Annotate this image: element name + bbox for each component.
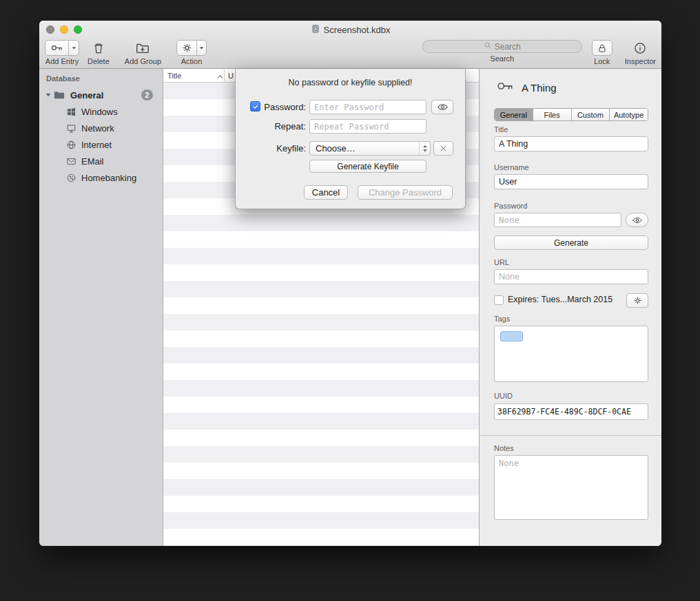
windows-icon xyxy=(66,107,76,117)
globe-icon xyxy=(66,140,76,150)
uuid-label: UUID xyxy=(494,392,513,400)
inspector-tabs: General Files Custom Autotype xyxy=(494,108,648,121)
column-divider[interactable] xyxy=(224,70,225,81)
add-entry-label: Add Entry xyxy=(45,57,79,65)
notes-label: Notes xyxy=(494,444,514,452)
change-password-button[interactable]: Change Password xyxy=(358,185,453,200)
folder-plus-icon xyxy=(135,40,150,56)
add-entry-dropdown[interactable] xyxy=(68,41,79,55)
column-header-username[interactable]: U xyxy=(228,72,234,80)
disclosure-triangle-icon[interactable] xyxy=(45,90,53,101)
stepper-icon xyxy=(419,142,430,155)
add-entry-button[interactable]: Add Entry xyxy=(45,40,79,65)
generate-keyfile-button[interactable]: Generate Keyfile xyxy=(309,160,426,173)
content-area: Database General 2 Windows xyxy=(39,69,661,546)
gear-icon xyxy=(632,295,643,306)
reveal-password-button[interactable] xyxy=(431,100,453,114)
cancel-button[interactable]: Cancel xyxy=(304,185,348,200)
entry-title: A Thing xyxy=(522,82,557,94)
add-group-button[interactable]: Add Group xyxy=(125,40,161,65)
action-label: Action xyxy=(181,57,203,65)
divider xyxy=(480,435,661,436)
password-input[interactable] xyxy=(494,213,621,227)
tags-box[interactable] xyxy=(494,326,648,382)
sidebar: Database General 2 Windows xyxy=(39,69,163,546)
sidebar-item-network[interactable]: Network xyxy=(39,120,163,136)
network-icon xyxy=(66,123,76,134)
sidebar-item-internet[interactable]: Internet xyxy=(39,136,163,153)
keyfile-popup[interactable]: Choose… xyxy=(309,141,431,156)
count-badge: 2 xyxy=(141,89,153,101)
url-label: URL xyxy=(494,258,509,266)
repeat-password-input[interactable] xyxy=(309,119,426,134)
sidebar-item-general[interactable]: General 2 xyxy=(39,87,163,103)
window-chrome: Screenshot.kdbx Add Entry D xyxy=(39,21,661,69)
expires-checkbox[interactable] xyxy=(494,295,504,305)
inspector-panel: A Thing General Files Custom Autotype Ti… xyxy=(479,69,661,546)
search-icon xyxy=(484,41,492,52)
add-group-label: Add Group xyxy=(125,57,161,65)
search-field[interactable]: Search Search xyxy=(422,40,582,63)
generate-button[interactable]: Generate xyxy=(494,235,648,250)
eye-icon xyxy=(437,101,449,113)
column-header-title[interactable]: Title xyxy=(167,72,181,80)
tab-files[interactable]: Files xyxy=(533,109,571,120)
username-label: Username xyxy=(494,163,529,171)
password-input[interactable] xyxy=(309,100,426,114)
sidebar-item-email[interactable]: EMail xyxy=(39,153,163,169)
window-title: Screenshot.kdbx xyxy=(39,24,661,36)
gear-icon[interactable] xyxy=(177,41,196,55)
change-password-dialog: No password or keyfile supplied! Passwor… xyxy=(235,69,466,209)
x-icon xyxy=(439,144,448,153)
inspector-button[interactable]: Inspector xyxy=(625,40,656,65)
sidebar-item-label: Network xyxy=(81,123,114,134)
clear-keyfile-button[interactable] xyxy=(433,141,453,156)
notes-textarea[interactable] xyxy=(494,455,648,520)
sidebar-item-label: Homebanking xyxy=(81,173,136,183)
password-checkbox[interactable] xyxy=(250,101,260,112)
trash-icon xyxy=(92,40,105,56)
app-window: Screenshot.kdbx Add Entry D xyxy=(39,21,661,546)
expires-label: Expires: Tues...March 2015 xyxy=(508,295,612,304)
keyfile-label: Keyfile: xyxy=(260,143,306,154)
sidebar-item-homebanking[interactable]: Homebanking xyxy=(39,169,163,186)
username-input[interactable] xyxy=(494,174,648,189)
lock-icon[interactable] xyxy=(593,41,612,55)
search-placeholder: Search xyxy=(495,42,521,52)
entry-header: A Thing xyxy=(496,77,557,98)
keyfile-value: Choose… xyxy=(316,143,356,154)
sidebar-item-label: General xyxy=(70,90,103,101)
key-icon xyxy=(496,77,514,98)
tab-autotype[interactable]: Autotype xyxy=(609,109,648,120)
search-input[interactable]: Search xyxy=(422,40,582,53)
lock-label: Lock xyxy=(594,57,610,65)
action-dropdown[interactable] xyxy=(196,41,206,55)
sort-ascending-icon xyxy=(217,72,223,81)
sidebar-item-label: EMail xyxy=(81,156,104,167)
action-button[interactable]: Action xyxy=(176,40,207,65)
tag-chip[interactable] xyxy=(500,331,523,341)
tab-custom[interactable]: Custom xyxy=(571,109,610,120)
toolbar: Add Entry Delete Add Group xyxy=(39,39,661,69)
tags-label: Tags xyxy=(494,315,510,323)
reveal-password-button[interactable] xyxy=(626,213,648,227)
expires-settings-button[interactable] xyxy=(626,293,648,308)
password-label: Password: xyxy=(260,102,306,112)
inspector-label: Inspector xyxy=(625,57,656,65)
eye-icon xyxy=(632,215,643,226)
repeat-label: Repeat: xyxy=(260,121,306,131)
folder-icon xyxy=(53,89,65,101)
delete-button[interactable]: Delete xyxy=(88,40,110,65)
password-label: Password xyxy=(494,202,527,210)
url-input[interactable] xyxy=(494,269,648,284)
title-input[interactable] xyxy=(494,136,648,151)
lock-button[interactable]: Lock xyxy=(592,40,612,65)
app-icon xyxy=(311,24,320,36)
tab-general[interactable]: General xyxy=(495,109,533,120)
window-title-text: Screenshot.kdbx xyxy=(324,25,391,35)
sidebar-item-windows[interactable]: Windows xyxy=(39,103,163,120)
uuid-input[interactable] xyxy=(494,403,648,420)
titlebar[interactable]: Screenshot.kdbx xyxy=(39,21,661,39)
title-label: Title xyxy=(494,125,508,134)
key-icon[interactable] xyxy=(45,41,68,55)
